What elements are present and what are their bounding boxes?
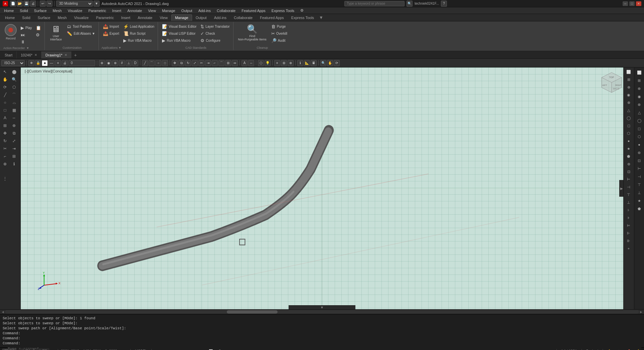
menu-surface[interactable]: Surface [31, 8, 49, 13]
tab-add-button[interactable]: + [71, 51, 79, 59]
tab-parametric[interactable]: Parametric [92, 14, 117, 21]
rect-btn[interactable]: □ [162, 60, 168, 66]
menu-featured-apps[interactable]: Featured Apps [239, 8, 268, 13]
nav-cube[interactable]: TOP LEFT RIGHT WCS [600, 71, 620, 91]
xref-btn[interactable]: ⊕ [288, 60, 294, 66]
tool-xref[interactable]: ⊕ [10, 122, 18, 129]
frp-tool12[interactable]: ⊡ [635, 157, 644, 164]
tool-dim[interactable]: ↔ [10, 114, 18, 122]
rs-tool8[interactable]: ◻ [624, 122, 633, 129]
copy-btn[interactable]: ⧉ [178, 60, 184, 66]
add-layout[interactable]: + [53, 349, 55, 350]
tool-polyline[interactable]: ⌒ [10, 91, 18, 99]
frp-tool6[interactable]: △ [635, 109, 644, 116]
frp-tool2[interactable]: ⊞ [635, 77, 644, 84]
frp-tool15[interactable]: ⊤ [635, 181, 644, 188]
menu-output[interactable]: Output [179, 8, 195, 13]
tab-insert[interactable]: Insert [118, 14, 134, 21]
tool-3d[interactable]: ⬡ [10, 83, 18, 91]
scroll-left-arrow[interactable]: ◀ [1, 310, 5, 314]
tool-bottom[interactable]: ⋮ [1, 175, 9, 182]
layer-plot-btn[interactable]: 🖨 [62, 60, 68, 66]
workspace-dropdown[interactable]: ▼ [94, 1, 100, 7]
layer-lineweight-btn[interactable]: ≡ [55, 60, 61, 66]
tab-express-tools[interactable]: Express Tools [288, 14, 318, 21]
preferences-button[interactable]: ⚙ [34, 32, 42, 38]
chamfer-btn[interactable]: ⌒ [218, 60, 224, 66]
grid-btn[interactable]: # [119, 60, 125, 66]
frp-tool10[interactable]: ● [635, 141, 644, 148]
calculator-btn[interactable]: 🖩 [311, 60, 317, 66]
zoom-btn[interactable]: 🔍 [320, 60, 326, 66]
properties-btn[interactable]: ℹ [297, 60, 303, 66]
measure-btn[interactable]: 📐 [304, 60, 310, 66]
frp-tool4[interactable]: ◉ [635, 93, 644, 100]
edit-aliases-button[interactable]: ✏️ Edit Aliases ▼ [65, 30, 96, 37]
menu-settings[interactable]: ⚙ [298, 8, 306, 13]
scroll-down[interactable]: ▼ [289, 305, 355, 309]
run-vba-macro-button[interactable]: ▶ Run VBA Macro [122, 37, 156, 44]
rs-tool20[interactable]: ⊧ [624, 214, 633, 221]
frp-tool18[interactable]: ⬟ [635, 205, 644, 212]
frp-tool13[interactable]: ⊢ [635, 165, 644, 172]
rs-tool19[interactable]: ⊦ [624, 206, 633, 214]
rs-tool14[interactable]: ⊡ [624, 168, 633, 175]
play-button[interactable]: ▶ Play [19, 25, 33, 31]
line-btn[interactable]: ╱ [142, 60, 148, 66]
rs-tool16[interactable]: ⊣ [624, 183, 633, 191]
arc-btn[interactable]: ⌒ [149, 60, 155, 66]
frp-tool14[interactable]: ⊣ [635, 173, 644, 180]
tool-select[interactable]: ↖ [1, 68, 9, 75]
array-btn[interactable]: ⊞ [225, 60, 231, 66]
import-button[interactable]: 📥 Import [102, 23, 121, 30]
tool-circle[interactable]: ○ [1, 99, 9, 106]
rs-tool10[interactable]: ● [624, 137, 633, 145]
layer-selector[interactable]: ISO-25 [1, 60, 25, 66]
run-script-button[interactable]: 📜 Run Script [122, 30, 156, 37]
tab-drawing1[interactable]: Drawing1* ✕ [41, 51, 71, 58]
qat-redo[interactable]: ↪ [46, 1, 52, 7]
menu-home[interactable]: Home [1, 8, 16, 13]
purge-button[interactable]: 🗑 Purge [270, 23, 289, 30]
tool-pan[interactable]: ✋ [1, 76, 9, 83]
scroll-right[interactable]: ▶ [619, 180, 623, 197]
run-vba-macro2-button[interactable]: ▶ Run VBA Macro [161, 37, 198, 44]
frp-tool5[interactable]: ⊗ [635, 101, 644, 108]
qat-print[interactable]: 🖨 [30, 1, 36, 7]
dim-btn[interactable]: ↔ [248, 60, 254, 66]
extend-btn[interactable]: ⇥ [205, 60, 211, 66]
configure-button[interactable]: ⚙ Configure [199, 37, 231, 44]
tab-view[interactable]: View [156, 14, 171, 21]
tab-manage[interactable]: Manage [171, 14, 192, 21]
tool-move[interactable]: ✥ [1, 130, 9, 137]
frp-tool17[interactable]: ★ [635, 197, 644, 204]
rs-tool22[interactable]: ⊩ [624, 229, 633, 237]
trim-btn[interactable]: ✂ [198, 60, 204, 66]
search-input[interactable] [344, 1, 405, 6]
applications-expand[interactable]: ▼ [118, 46, 121, 49]
qat-save[interactable]: 💾 [23, 1, 29, 7]
layers-btn[interactable]: ≡ [274, 60, 280, 66]
dyn-btn[interactable]: D [132, 60, 138, 66]
menu-mesh[interactable]: Mesh [50, 8, 64, 13]
frp-tool9[interactable]: ⬡ [635, 133, 644, 140]
rotate-btn[interactable]: ↻ [185, 60, 191, 66]
search-button[interactable]: 🔍 [407, 1, 413, 7]
h-scrollbar[interactable]: ◀ ▶ [0, 309, 644, 314]
menu-visualize[interactable]: Visualize [65, 8, 85, 13]
audit-button[interactable]: 🔎 Audit [270, 37, 289, 44]
menu-express-tools[interactable]: Express Tools [269, 8, 297, 13]
model-tab[interactable]: Model [2, 349, 16, 350]
tab-solid[interactable]: Solid [18, 14, 34, 21]
layer-translator-button[interactable]: ⇅ Layer Translator [199, 23, 231, 30]
rs-tool18[interactable]: ⊥ [624, 199, 633, 206]
tool-arc[interactable]: ⌓ [10, 99, 18, 106]
scroll-thumb[interactable] [227, 310, 278, 314]
tool-line[interactable]: ╱ [1, 91, 9, 99]
tab-addins[interactable]: Add-ins [210, 14, 230, 21]
rs-tool3[interactable]: ⊕ [624, 83, 633, 91]
close-button[interactable]: ✕ [636, 1, 641, 6]
rs-tool7[interactable]: ◯ [624, 114, 633, 122]
menu-view[interactable]: View [145, 8, 159, 13]
check-button[interactable]: ✓ Check [199, 30, 231, 37]
